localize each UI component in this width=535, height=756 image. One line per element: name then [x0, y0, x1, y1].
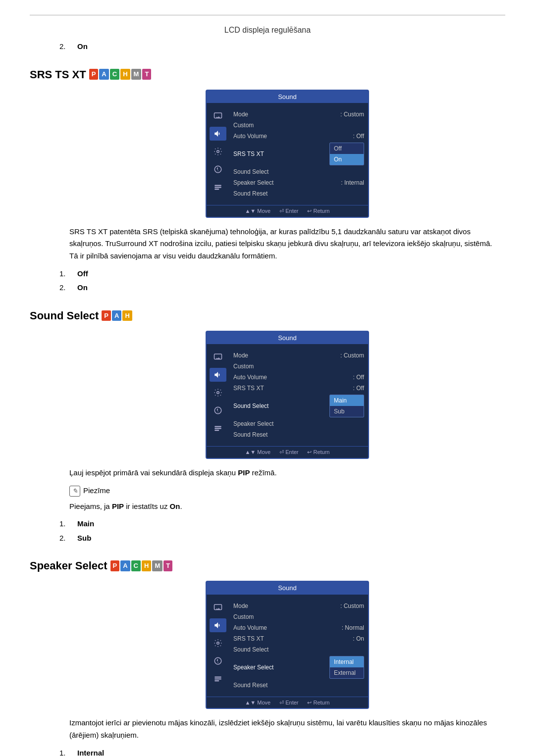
spk-row-autovolume: Auto Volume : Normal	[233, 622, 364, 633]
spk-menu-screenshot: Sound	[69, 581, 505, 709]
spk-icon-support	[210, 654, 226, 668]
srs-option-1-label: Off	[77, 268, 88, 280]
spk-icon-picture	[210, 601, 226, 614]
menu-icon-settings	[210, 145, 226, 158]
srs-row-soundselect: Sound Select	[233, 166, 364, 177]
spk-menu-box: Sound	[206, 581, 369, 709]
menu-icon-sound	[210, 127, 226, 141]
spk-badge-t: T	[163, 560, 172, 571]
ss-icon-settings	[210, 386, 226, 400]
srs-menu-content: Mode : Custom Custom Auto Volume : Off	[229, 107, 368, 201]
spk-badge-p: P	[110, 560, 120, 571]
ss-row-soundreset: Sound Reset	[233, 429, 364, 440]
ss-option-2: 2. Sub	[59, 533, 505, 544]
footer-enter: ⏎ Enter	[279, 207, 298, 215]
footer-return: ↩ Return	[307, 207, 329, 215]
spk-menu-title: Sound	[207, 582, 368, 595]
ss-footer-enter: ⏎ Enter	[279, 448, 298, 456]
ss-menu-content: Mode : Custom Custom Auto Volume : Off S…	[229, 348, 368, 442]
spk-menu-content: Mode : Custom Custom Auto Volume : Norma…	[229, 599, 368, 693]
ss-footer-move: ▲▼ Move	[245, 448, 270, 456]
note-box: ✎ Piezīme	[69, 485, 505, 497]
ss-badge-p: P	[102, 310, 111, 321]
ss-icon-support	[210, 403, 226, 417]
enter-icon: ⏎	[279, 207, 284, 215]
ss-option-1: 1. Main	[59, 518, 505, 530]
intro-item-2-num: 2.	[59, 41, 69, 52]
ss-badge-h: H	[122, 310, 132, 321]
srs-ts-xt-title: SRS TS XT	[30, 66, 86, 83]
speaker-select-title: Speaker Select	[30, 557, 107, 574]
spk-row-custom: Custom	[233, 611, 364, 622]
spk-row-soundreset: Sound Reset	[233, 680, 364, 691]
spk-option-external: External	[330, 667, 364, 678]
ss-option-main: Main	[330, 395, 364, 406]
ss-return-icon: ↩	[307, 448, 312, 456]
svg-point-10	[217, 412, 218, 413]
move-icon: ▲▼	[245, 207, 256, 215]
ss-icon-extra	[210, 421, 226, 435]
srs-ts-xt-badges: P A C H M T	[89, 69, 152, 80]
svg-rect-18	[214, 676, 221, 677]
ss-move-icon: ▲▼	[245, 448, 256, 456]
svg-point-8	[217, 392, 219, 394]
svg-rect-20	[214, 680, 219, 681]
spk-return-icon: ↩	[307, 699, 312, 707]
menu-icon-extra	[210, 180, 226, 194]
badge-c: C	[110, 69, 119, 80]
spk-footer-enter: ⏎ Enter	[279, 699, 298, 707]
spk-menu-footer: ▲▼ Move ⏎ Enter ↩ Return	[207, 697, 368, 708]
spk-option-internal: Internal	[330, 656, 364, 667]
svg-rect-4	[214, 185, 221, 186]
spk-badge-h: H	[142, 560, 151, 571]
spk-footer-return: ↩ Return	[307, 699, 329, 707]
ss-row-soundselect: Sound Select Main Sub	[233, 394, 364, 418]
srs-menu-title: Sound	[207, 91, 368, 103]
badge-t: T	[142, 69, 151, 80]
badge-h: H	[120, 69, 130, 80]
srs-menu-box: Sound	[206, 90, 369, 218]
spk-row-mode: Mode : Custom	[233, 601, 364, 611]
menu-icon-support	[210, 162, 226, 176]
ss-option-sub: Sub	[330, 406, 364, 417]
ss-row-custom: Custom	[233, 361, 364, 372]
srs-menu-body: Mode : Custom Custom Auto Volume : Off	[207, 103, 368, 205]
svg-point-3	[217, 170, 218, 171]
ss-menu-footer: ▲▼ Move ⏎ Enter ↩ Return	[207, 446, 368, 458]
svg-point-1	[217, 151, 219, 153]
srs-ts-xt-heading: SRS TS XT P A C H M T	[30, 66, 505, 83]
page-title: LCD displeja regulēšana	[30, 24, 505, 36]
ss-menu-title: Sound	[207, 332, 368, 345]
srs-row-mode: Mode : Custom	[233, 109, 364, 120]
spk-opt-1-label: Internal	[77, 748, 104, 756]
badge-p: P	[89, 69, 99, 80]
svg-rect-11	[214, 426, 221, 427]
sound-select-title: Sound Select	[30, 307, 99, 324]
intro-item-2: 2. On	[59, 41, 505, 52]
srs-description: SRS TS XT patentēta SRS (telpiskā skanēj…	[69, 226, 495, 262]
menu-icon-picture	[210, 109, 226, 123]
spk-row-srstsxt: SRS TS XT : On	[233, 633, 364, 644]
srs-row-soundreset: Sound Reset	[233, 188, 364, 199]
spk-row-speakerselect: Speaker Select Internal External	[233, 655, 364, 680]
svg-rect-0	[214, 113, 222, 118]
spk-icon-extra	[210, 672, 226, 686]
svg-rect-6	[214, 189, 219, 190]
spk-description: Izmantojot ierīci ar pievienotu mājas ki…	[69, 717, 495, 742]
note-text: Pieejams, ja PIP ir iestatīts uz On.	[69, 501, 495, 513]
spk-badge-m: M	[152, 560, 162, 571]
ss-icon-picture	[210, 350, 226, 364]
srs-menu-footer: ▲▼ Move ⏎ Enter ↩ Return	[207, 205, 368, 217]
srs-menu-icons	[207, 107, 229, 201]
return-icon: ↩	[307, 207, 312, 215]
spk-menu-body: Mode : Custom Custom Auto Volume : Norma…	[207, 595, 368, 697]
srs-menu-screenshot: Sound	[69, 90, 505, 218]
spk-badge-c: C	[131, 560, 141, 571]
svg-point-15	[217, 642, 219, 645]
srs-row-autovolume: Auto Volume : Off	[233, 131, 364, 142]
footer-move: ▲▼ Move	[245, 207, 270, 215]
svg-point-17	[217, 662, 218, 663]
footer-return-label: Return	[313, 207, 329, 215]
ss-row-srstsxt: SRS TS XT : Off	[233, 383, 364, 394]
footer-enter-label: Enter	[285, 207, 298, 215]
